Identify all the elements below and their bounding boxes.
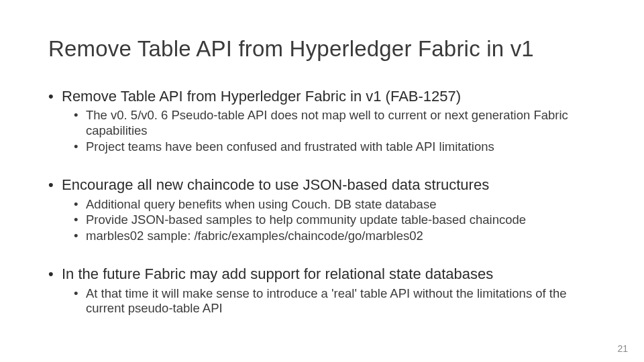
sub-bullet-item: Additional query benefits when using Cou… [74, 197, 596, 213]
slide: Remove Table API from Hyperledger Fabric… [0, 0, 644, 362]
sub-bullet-item: At that time it will make sense to intro… [74, 286, 596, 316]
page-number: 21 [617, 343, 628, 354]
bullet-text: Remove Table API from Hyperledger Fabric… [62, 88, 461, 105]
bullet-item: Remove Table API from Hyperledger Fabric… [48, 87, 596, 154]
sub-bullet-list: The v0. 5/v0. 6 Pseudo-table API does no… [74, 108, 596, 154]
bullet-item: In the future Fabric may add support for… [48, 265, 596, 316]
sub-bullet-list: Additional query benefits when using Cou… [74, 197, 596, 244]
sub-bullet-item: marbles02 sample: /fabric/examples/chain… [74, 229, 596, 244]
bullet-text: Encourage all new chaincode to use JSON-… [62, 176, 489, 193]
sub-bullet-list: At that time it will make sense to intro… [74, 286, 596, 316]
sub-bullet-item: The v0. 5/v0. 6 Pseudo-table API does no… [74, 108, 596, 138]
sub-bullet-item: Project teams have been confused and fru… [74, 139, 596, 155]
bullet-item: Encourage all new chaincode to use JSON-… [48, 176, 596, 243]
sub-bullet-item: Provide JSON-based samples to help commu… [74, 213, 596, 228]
bullet-text: In the future Fabric may add support for… [62, 265, 493, 282]
slide-title: Remove Table API from Hyperledger Fabric… [48, 36, 596, 62]
bullet-list: Remove Table API from Hyperledger Fabric… [48, 87, 596, 316]
